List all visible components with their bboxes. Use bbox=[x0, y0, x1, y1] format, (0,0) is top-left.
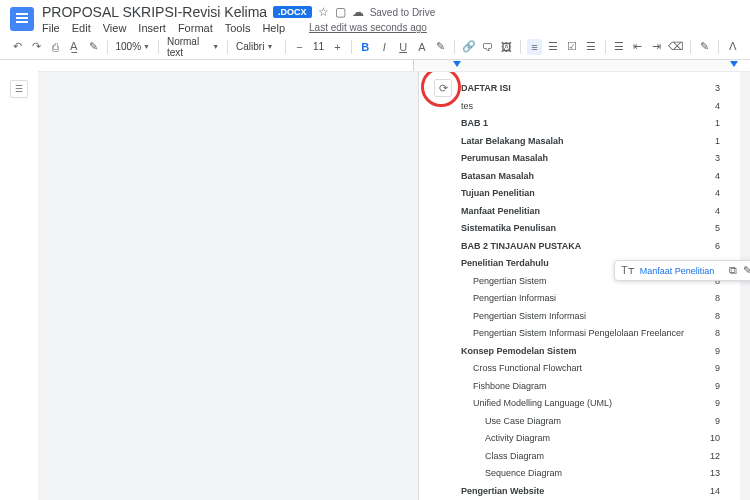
toc-entry[interactable]: Unified Modelling Language (UML)9 bbox=[461, 395, 720, 413]
menu-file[interactable]: File bbox=[42, 22, 60, 34]
toc-title: Pengertian Sistem bbox=[461, 275, 547, 289]
left-rail: ☰ bbox=[0, 72, 38, 500]
decrease-indent-icon[interactable]: ⇤ bbox=[630, 39, 645, 55]
menu-view[interactable]: View bbox=[103, 22, 127, 34]
toc-entry[interactable]: Class Diagram12 bbox=[461, 448, 720, 466]
docs-logo-icon[interactable] bbox=[10, 7, 34, 31]
spellcheck-icon[interactable]: A̲ bbox=[67, 39, 82, 55]
toc-entry[interactable]: Manfaat Penelitian4 bbox=[461, 203, 720, 221]
toc-entry[interactable]: Tujuan Penelitian4 bbox=[461, 185, 720, 203]
bold-icon[interactable]: B bbox=[358, 39, 373, 55]
toc-entry[interactable]: Pengertian Sistem Informasi8 bbox=[461, 308, 720, 326]
toc-entry[interactable]: Use Case Diagram9 bbox=[461, 413, 720, 431]
insert-image-icon[interactable]: 🖼 bbox=[499, 39, 514, 55]
tab-marker-icon[interactable] bbox=[453, 61, 461, 67]
docx-badge[interactable]: .DOCX bbox=[273, 6, 312, 18]
toc-page: 14 bbox=[710, 485, 720, 499]
clear-formatting-icon[interactable]: ⌫ bbox=[668, 39, 684, 55]
title-area: PROPOSAL SKRIPSI-Revisi Kelima .DOCX ☆ ▢… bbox=[42, 4, 740, 34]
toc-entry[interactable]: Pengertian Sistem Informasi Pengelolaan … bbox=[461, 325, 720, 343]
toc-entry[interactable]: Fishbone Diagram9 bbox=[461, 378, 720, 396]
text-color-icon[interactable]: A bbox=[415, 39, 430, 55]
toc-title: Unified Modelling Language (UML) bbox=[461, 397, 612, 411]
toc-page: 3 bbox=[715, 152, 720, 166]
separator bbox=[158, 40, 159, 54]
italic-icon[interactable]: I bbox=[377, 39, 392, 55]
highlight-icon[interactable]: ✎ bbox=[433, 39, 448, 55]
link-popup-text[interactable]: Manfaat Penelitian bbox=[640, 266, 723, 276]
decrease-font-icon[interactable]: − bbox=[292, 39, 307, 55]
toc-page: 4 bbox=[715, 100, 720, 114]
toc-entry[interactable]: Activity Diagram10 bbox=[461, 430, 720, 448]
separator bbox=[227, 40, 228, 54]
toc-title: Sistematika Penulisan bbox=[461, 222, 556, 236]
move-folder-icon[interactable]: ▢ bbox=[335, 5, 346, 19]
document-title[interactable]: PROPOSAL SKRIPSI-Revisi Kelima bbox=[42, 4, 267, 20]
toc-title: Pengertian Website bbox=[461, 485, 544, 499]
menu-edit[interactable]: Edit bbox=[72, 22, 91, 34]
menu-tools[interactable]: Tools bbox=[225, 22, 251, 34]
font-select[interactable]: Calibri▼ bbox=[234, 41, 279, 52]
text-style-icon[interactable]: Tᴛ bbox=[621, 264, 634, 277]
edit-link-icon[interactable]: ✎ bbox=[743, 264, 750, 277]
separator bbox=[107, 40, 108, 54]
right-margin-marker-icon[interactable] bbox=[730, 61, 738, 67]
toc-entry[interactable]: Sistematika Penulisan5 bbox=[461, 220, 720, 238]
last-edit-info[interactable]: Last edit was seconds ago bbox=[309, 22, 427, 34]
menu-format[interactable]: Format bbox=[178, 22, 213, 34]
menu-insert[interactable]: Insert bbox=[138, 22, 166, 34]
font-size-input[interactable]: 11 bbox=[311, 41, 326, 52]
redo-icon[interactable]: ↷ bbox=[29, 39, 44, 55]
align-justify-icon[interactable]: ≡ bbox=[527, 39, 542, 55]
toc-entry[interactable]: DAFTAR ISI3 bbox=[461, 80, 720, 98]
toc-title: Fishbone Diagram bbox=[461, 380, 547, 394]
increase-indent-icon[interactable]: ⇥ bbox=[649, 39, 664, 55]
toc-entry[interactable]: Batasan Masalah4 bbox=[461, 168, 720, 186]
toc-title: tes bbox=[461, 100, 473, 114]
toc-entry[interactable]: Cross Functional Flowchart9 bbox=[461, 360, 720, 378]
toc-entry[interactable]: Latar Belakang Masalah1 bbox=[461, 133, 720, 151]
toc-page: 1 bbox=[715, 117, 720, 131]
checklist-icon[interactable]: ☑ bbox=[565, 39, 580, 55]
undo-icon[interactable]: ↶ bbox=[10, 39, 25, 55]
toc-page: 8 bbox=[715, 292, 720, 306]
toc-page: 4 bbox=[715, 170, 720, 184]
hide-menus-icon[interactable]: ᐱ bbox=[725, 39, 740, 55]
underline-icon[interactable]: U bbox=[396, 39, 411, 55]
style-select[interactable]: Normal text▼ bbox=[165, 36, 221, 58]
ruler[interactable] bbox=[38, 60, 750, 72]
toc-entry[interactable]: Konsep Pemodelan Sistem9 bbox=[461, 343, 720, 361]
workspace: ☰ ⟳ DAFTAR ISI3tes4BAB 11Latar Belakang … bbox=[0, 72, 750, 500]
increase-font-icon[interactable]: + bbox=[330, 39, 345, 55]
document-page[interactable]: DAFTAR ISI3tes4BAB 11Latar Belakang Masa… bbox=[418, 72, 740, 500]
toc-entry[interactable]: Perumusan Masalah3 bbox=[461, 150, 720, 168]
toc-entry[interactable]: tes4 bbox=[461, 98, 720, 116]
add-comment-icon[interactable]: 🗨 bbox=[480, 39, 495, 55]
show-outline-icon[interactable]: ☰ bbox=[10, 80, 28, 98]
toc-entry[interactable]: BAB 2 TINJAUAN PUSTAKA6 bbox=[461, 238, 720, 256]
cloud-saved-icon[interactable]: ☁ bbox=[352, 5, 364, 19]
toc-title: Pengertian Informasi bbox=[461, 292, 556, 306]
copy-link-icon[interactable]: ⧉ bbox=[729, 264, 737, 277]
toc-entry[interactable]: Pengertian Website14 bbox=[461, 483, 720, 501]
toc-entry[interactable]: Pengertian Informasi8 bbox=[461, 290, 720, 308]
menu-bar: FileEditViewInsertFormatToolsHelp Last e… bbox=[42, 22, 740, 34]
numbered-list-icon[interactable]: ☰ bbox=[612, 39, 627, 55]
toolbar: ↶ ↷ ⎙ A̲ ✎ 100%▼ Normal text▼ Calibri▼ −… bbox=[0, 34, 750, 60]
refresh-toc-icon[interactable]: ⟳ bbox=[434, 79, 452, 97]
table-of-contents[interactable]: DAFTAR ISI3tes4BAB 11Latar Belakang Masa… bbox=[461, 80, 720, 500]
toc-entry[interactable]: Sequence Diagram13 bbox=[461, 465, 720, 483]
bulleted-list-icon[interactable]: ☰ bbox=[584, 39, 599, 55]
print-icon[interactable]: ⎙ bbox=[48, 39, 63, 55]
toc-title: BAB 1 bbox=[461, 117, 488, 131]
paint-format-icon[interactable]: ✎ bbox=[86, 39, 101, 55]
editing-mode-icon[interactable]: ✎ bbox=[697, 39, 712, 55]
zoom-select[interactable]: 100%▼ bbox=[113, 41, 152, 52]
insert-link-icon[interactable]: 🔗 bbox=[461, 39, 476, 55]
toc-entry[interactable]: BAB 11 bbox=[461, 115, 720, 133]
line-spacing-icon[interactable]: ☰ bbox=[546, 39, 561, 55]
star-icon[interactable]: ☆ bbox=[318, 5, 329, 19]
menu-help[interactable]: Help bbox=[262, 22, 285, 34]
editor-canvas[interactable]: ⟳ DAFTAR ISI3tes4BAB 11Latar Belakang Ma… bbox=[38, 72, 750, 500]
toc-page: 12 bbox=[710, 450, 720, 464]
